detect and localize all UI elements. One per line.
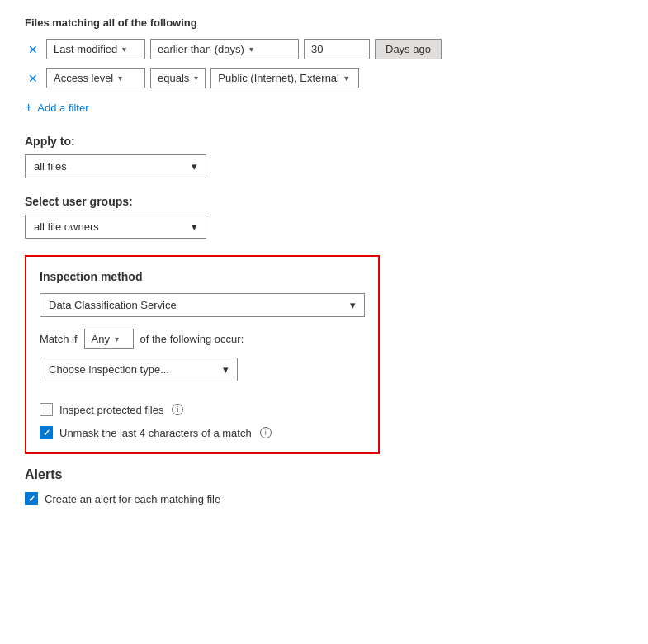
inspection-type-dropdown[interactable]: Choose inspection type... ▾ <box>40 358 238 381</box>
inspection-type-chevron-icon: ▾ <box>223 363 229 376</box>
apply-to-dropdown[interactable]: all files ▾ <box>25 154 206 178</box>
filter1-value-input[interactable] <box>304 39 370 59</box>
filter2-operator-dropdown[interactable]: equals ▾ <box>150 68 206 88</box>
inspection-method-dropdown[interactable]: Data Classification Service ▾ <box>40 293 365 317</box>
apply-to-section: Apply to: all files ▾ <box>25 135 623 178</box>
filter2-field-chevron-icon: ▾ <box>118 73 122 83</box>
match-if-chevron-icon: ▾ <box>115 334 119 343</box>
filter2-field-dropdown[interactable]: Access level ▾ <box>46 68 145 88</box>
inspection-method-section: Inspection method Data Classification Se… <box>25 255 380 454</box>
filter1-field-dropdown[interactable]: Last modified ▾ <box>46 39 145 59</box>
filter-row-1: ✕ Last modified ▾ earlier than (days) ▾ … <box>25 39 623 59</box>
match-if-dropdown[interactable]: Any ▾ <box>84 329 134 349</box>
match-if-row: Match if Any ▾ of the following occur: <box>40 329 365 349</box>
plus-icon: + <box>25 100 32 115</box>
files-matching-header: Files matching all of the following <box>25 17 623 29</box>
create-alert-checkbox[interactable] <box>25 492 38 505</box>
unmask-info-icon: i <box>260 427 272 438</box>
user-groups-section: Select user groups: all file owners ▾ <box>25 195 623 239</box>
filter2-value-dropdown[interactable]: Public (Internet), External ▾ <box>210 68 359 88</box>
create-alert-row: Create an alert for each matching file <box>25 492 623 505</box>
unmask-checkbox[interactable] <box>40 426 53 439</box>
remove-filter-2-button[interactable]: ✕ <box>25 70 41 87</box>
filter-row-2: ✕ Access level ▾ equals ▾ Public (Intern… <box>25 68 623 88</box>
apply-to-label: Apply to: <box>25 135 623 148</box>
user-groups-chevron-icon: ▾ <box>192 220 197 233</box>
add-filter-button[interactable]: + Add a filter <box>25 97 89 118</box>
inspection-method-title: Inspection method <box>40 270 365 283</box>
filter2-operator-chevron-icon: ▾ <box>194 73 198 83</box>
alerts-section: Alerts Create an alert for each matching… <box>25 467 623 505</box>
filter2-value-chevron-icon: ▾ <box>344 73 348 83</box>
filter1-operator-chevron-icon: ▾ <box>249 45 253 54</box>
unmask-row: Unmask the last 4 characters of a match … <box>40 426 365 439</box>
apply-to-chevron-icon: ▾ <box>192 160 197 173</box>
inspect-protected-info-icon: i <box>172 404 183 415</box>
filter1-field-chevron-icon: ▾ <box>122 45 126 54</box>
filter1-unit-button[interactable]: Days ago <box>375 39 442 59</box>
user-groups-dropdown[interactable]: all file owners ▾ <box>25 215 206 239</box>
user-groups-label: Select user groups: <box>25 195 623 208</box>
inspect-protected-row: Inspect protected files i <box>40 403 365 416</box>
inspection-method-chevron-icon: ▾ <box>350 299 356 311</box>
filter1-operator-dropdown[interactable]: earlier than (days) ▾ <box>150 39 299 59</box>
inspect-protected-checkbox[interactable] <box>40 403 53 416</box>
remove-filter-1-button[interactable]: ✕ <box>25 41 41 58</box>
alerts-title: Alerts <box>25 467 623 482</box>
